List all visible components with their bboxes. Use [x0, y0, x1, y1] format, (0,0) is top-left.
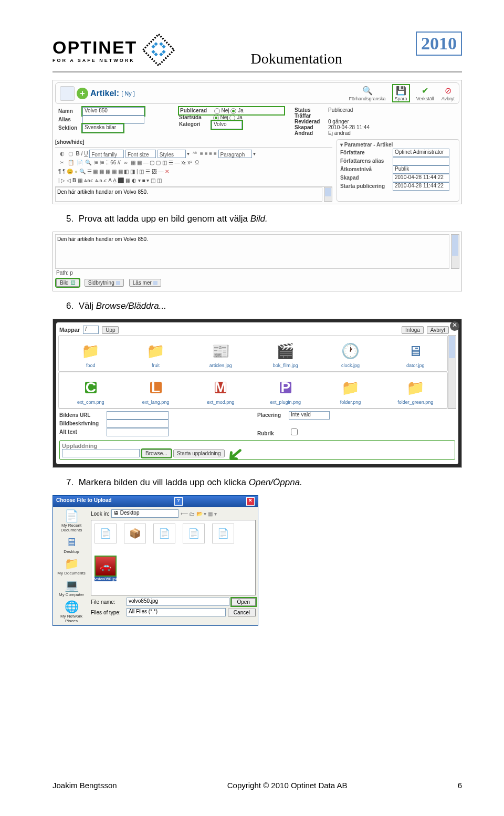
svg-rect-1	[160, 42, 163, 46]
media-item[interactable]: 🎬bok_film.jpg	[255, 339, 317, 368]
startpub-input[interactable]: 2010-04-28 11:44:22	[393, 182, 449, 191]
styles-select[interactable]: Styles	[158, 150, 186, 158]
step-6: 6. Välj Browse/Bläddra...	[66, 301, 462, 311]
places-item[interactable]: 📁My Documents	[55, 557, 88, 576]
file-item[interactable]: 🚗volvo850.jpg	[94, 556, 117, 581]
showhide-toggle[interactable]: [show/hide]	[55, 139, 332, 145]
media-item[interactable]: 🖥dator.jpg	[384, 339, 446, 368]
media-item[interactable]: 📁folder.png	[320, 375, 382, 405]
apply-button[interactable]: ✔Verkställ	[416, 85, 434, 101]
places-item[interactable]: 📄My Recent Documents	[55, 509, 88, 532]
rte-toolbar: ◐ ▢ B I U Font family Font size Styles ▾…	[55, 147, 332, 187]
folder-select[interactable]: /	[83, 326, 99, 334]
footer-copyright: Copyright © 2010 Optinet Data AB	[117, 781, 458, 790]
scrollbar[interactable]	[448, 335, 456, 409]
svg-rect-5	[152, 45, 155, 48]
svg-rect-3	[154, 42, 158, 46]
sidbrytning-button[interactable]: Sidbrytning	[85, 279, 124, 287]
start-nej-radio[interactable]	[213, 115, 219, 121]
check-icon: ✔	[420, 85, 430, 96]
file-item[interactable]: 📦	[124, 524, 146, 548]
file-item[interactable]: 📄	[94, 524, 117, 548]
media-item[interactable]: 📁folder_green.png	[384, 375, 446, 405]
logo-title: OPTINET	[52, 37, 137, 58]
step-7: 7. Markera bilden du vill ladda upp och …	[66, 477, 462, 488]
add-icon: +	[77, 88, 88, 99]
save-button[interactable]: 💾Spara	[393, 85, 409, 101]
media-item[interactable]: 📁fruit	[125, 339, 187, 368]
editor-body[interactable]: Den här artikeln handlar om Volvo 850.	[55, 234, 449, 269]
media-item[interactable]: 📰articles.jpg	[190, 339, 251, 368]
media-item[interactable]: Lext_lang.png	[125, 375, 187, 405]
fontsize-select[interactable]: Font size	[125, 150, 156, 158]
open-button[interactable]: Open	[232, 598, 256, 606]
upload-path-input[interactable]	[62, 449, 140, 457]
editor-body[interactable]: Den här artikeln handlar om Volvo 850.	[55, 187, 322, 202]
author-select[interactable]: Optinet Administrator	[393, 149, 449, 157]
media-item[interactable]: 🕐clock.jpg	[320, 339, 382, 368]
help-icon[interactable]: ?	[174, 497, 183, 506]
preview-button[interactable]: 🔍Förhandsgranska	[349, 85, 386, 101]
disk-icon: 💾	[396, 85, 406, 96]
media-item[interactable]: Mext_mod.png	[190, 375, 251, 405]
paragraph-select[interactable]: Paragraph	[218, 150, 252, 158]
pub-nej-radio[interactable]	[214, 108, 220, 114]
author-alias-input[interactable]	[393, 157, 449, 165]
infoga-button[interactable]: Infoga	[402, 326, 424, 334]
media-item[interactable]: 📁food	[60, 339, 122, 368]
media-item[interactable]: Pext_plugin.png	[255, 375, 317, 405]
file-item[interactable]: 📄	[212, 524, 234, 548]
screenshot-media-browser: ✕ Mappar / Upp Infoga Avbryt 📁food📁fruit…	[52, 319, 462, 468]
magnifier-icon: 🔍	[362, 85, 373, 96]
desc-input[interactable]	[107, 420, 169, 428]
screenshot-editor-bottom: Den här artikeln handlar om Volvo 850. P…	[52, 232, 462, 291]
svg-rect-8	[154, 53, 158, 56]
browse-button[interactable]: Browse...	[142, 449, 171, 457]
sektion-select[interactable]: Svenska bilar	[82, 124, 123, 132]
close-icon[interactable]: ✕	[246, 497, 255, 506]
start-ja-radio[interactable]	[229, 115, 235, 121]
alt-input[interactable]	[107, 428, 169, 436]
path-label: Path: p	[55, 269, 459, 277]
placering-select[interactable]: Inte vald	[289, 411, 330, 420]
alias-input[interactable]	[82, 116, 144, 124]
lookin-select[interactable]: 🖥 Desktop	[111, 509, 178, 518]
scrollbar[interactable]	[451, 234, 459, 269]
filetype-select[interactable]: All Files (*.*)	[127, 608, 226, 616]
places-item[interactable]: 💻My Computer	[55, 579, 88, 597]
url-input[interactable]	[107, 411, 169, 420]
svg-rect-4	[162, 50, 166, 54]
panel-subtitle: [ Ny ]	[121, 90, 135, 97]
screenshot-article-editor: + Artikel: [ Ny ] 🔍Förhandsgranska 💾Spar…	[52, 80, 462, 204]
bild-button[interactable]: Bild 🖼	[56, 279, 79, 287]
file-item[interactable]: 📄	[153, 524, 175, 548]
upp-button[interactable]: Upp	[102, 326, 119, 334]
arrow-icon: ➜	[229, 449, 243, 461]
panel-title: Artikel:	[90, 89, 119, 98]
access-select[interactable]: Publik	[393, 165, 449, 174]
avbryt-button[interactable]: Avbryt	[427, 326, 449, 334]
created-input[interactable]: 2010-04-28 11:44:22	[393, 174, 449, 182]
rubrik-checkbox[interactable]	[291, 428, 298, 435]
cancel-icon: ⊘	[443, 85, 453, 96]
places-item[interactable]: 🌐My Network Places	[55, 600, 88, 623]
cancel-button[interactable]: ⊘Avbryt	[442, 85, 455, 101]
svg-rect-6	[160, 53, 163, 56]
namn-input[interactable]: Volvo 850	[82, 107, 144, 116]
fontfamily-select[interactable]: Font family	[89, 150, 124, 158]
media-item[interactable]: Cext_com.png	[60, 375, 122, 405]
page-header: OPTINET FOR A SAFE NETWORK Dokumentation…	[52, 32, 462, 72]
cancel-button[interactable]: Cancel	[228, 609, 256, 616]
svg-rect-7	[152, 50, 155, 54]
lasmer-button[interactable]: Läs mer	[129, 279, 161, 287]
doc-icon	[60, 86, 75, 101]
screenshot-file-dialog: Choose File to Upload?✕ 📄My Recent Docum…	[52, 495, 258, 626]
kategori-select[interactable]: Volvo	[212, 121, 242, 129]
filename-input[interactable]: volvo850.jpg	[127, 598, 229, 606]
pub-ja-radio[interactable]	[230, 108, 236, 114]
file-item[interactable]: 📄	[183, 524, 205, 548]
scrollbar[interactable]	[324, 187, 332, 202]
start-upload-button[interactable]: Starta uppladdning	[173, 449, 225, 457]
logo-icon	[140, 32, 177, 68]
places-item[interactable]: 🖥Desktop	[55, 536, 88, 554]
